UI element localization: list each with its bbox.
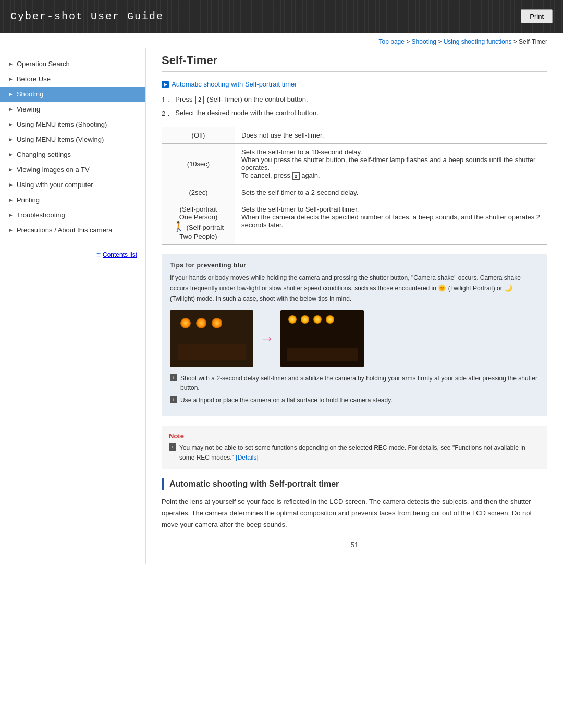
- mode-label: (10sec): [187, 160, 210, 168]
- tip-bullet-2: i Use a tripod or place the camera on a …: [170, 396, 539, 405]
- arrow-icon: ►: [8, 61, 14, 67]
- light-4: [288, 315, 297, 324]
- clear-photo: [280, 310, 364, 367]
- tip-text-1: Shoot with a 2-second delay self-timer a…: [180, 374, 539, 392]
- sidebar-item-changing-settings[interactable]: ► Changing settings: [0, 147, 145, 162]
- twilight-icon: 🌙: [504, 284, 512, 292]
- self-timer-icon: 2: [195, 96, 204, 104]
- sidebar-item-computer[interactable]: ► Using with your computer: [0, 177, 145, 192]
- note-content: i You may not be able to set some functi…: [169, 443, 540, 463]
- sidebar-label: Precautions / About this camera: [17, 226, 113, 234]
- sidebar-label: Using MENU items (Shooting): [17, 120, 107, 128]
- sidebar-item-before-use[interactable]: ► Before Use: [0, 71, 145, 87]
- page-number: 51: [162, 541, 547, 549]
- blue-bar-icon: [162, 478, 164, 490]
- sidebar-item-troubleshooting[interactable]: ► Troubleshooting: [0, 207, 145, 223]
- person-icon: 🚶: [173, 221, 185, 232]
- sidebar-item-precautions[interactable]: ► Precautions / About this camera: [0, 223, 145, 238]
- arrow-icon: ►: [8, 212, 14, 218]
- sidebar-item-printing[interactable]: ► Printing: [0, 192, 145, 207]
- light-3: [212, 318, 222, 328]
- mode-2sec: (2sec): [162, 184, 235, 201]
- breadcrumb-using-shooting[interactable]: Using shooting functions: [444, 38, 512, 45]
- mode-label: (Off): [192, 131, 205, 139]
- blurry-photo: [170, 310, 253, 367]
- auto-portrait-heading: Automatic shooting with Self-portrait ti…: [162, 478, 547, 490]
- tip-icon-2: i: [170, 396, 177, 403]
- arrow-icon: ►: [8, 182, 14, 188]
- table-row: (Self-portraitOne Person) 🚶 (Self-portra…: [162, 201, 547, 244]
- desc-2sec: Sets the self-timer to a 2-second delay.: [235, 184, 547, 201]
- light-5: [301, 315, 309, 324]
- arrow-icon: ►: [8, 227, 14, 233]
- anchor-link-label[interactable]: Automatic shooting with Self-portrait ti…: [172, 80, 297, 88]
- table-row: (2sec) Sets the self-timer to a 2-second…: [162, 184, 547, 201]
- main-layout: ► Operation Search ► Before Use ► Shooti…: [0, 48, 563, 564]
- sidebar-label: Using MENU items (Viewing): [17, 135, 104, 143]
- note-text: You may not be able to set some function…: [179, 443, 540, 463]
- contents-list-link[interactable]: ≡ Contents list: [0, 246, 145, 263]
- sidebar-label: Using with your computer: [17, 181, 93, 189]
- print-button[interactable]: Print: [521, 9, 553, 23]
- mode-self-portrait: (Self-portraitOne Person) 🚶 (Self-portra…: [162, 201, 235, 244]
- cancel-icon: 2: [292, 172, 300, 180]
- sidebar-item-operation-search[interactable]: ► Operation Search: [0, 56, 145, 71]
- step-num-1: 1．: [162, 95, 172, 105]
- twilight-portrait-icon: 🌞: [438, 284, 446, 292]
- sidebar-divider: [0, 242, 145, 242]
- sidebar-label: Changing settings: [17, 151, 71, 158]
- sidebar-label: Shooting: [17, 90, 43, 98]
- list-icon: ≡: [96, 251, 101, 259]
- step-1-text: Press 2 (Self-Timer) on the control butt…: [175, 95, 308, 104]
- tips-title: Tips for preventing blur: [170, 262, 539, 269]
- note-title: Note: [169, 432, 540, 440]
- step-2: 2． Select the desired mode with the cont…: [162, 109, 547, 118]
- note-box: Note i You may not be able to set some f…: [162, 426, 547, 469]
- table-row: (Off) Does not use the self-timer.: [162, 127, 547, 144]
- breadcrumb-top[interactable]: Top page: [379, 38, 405, 45]
- photo-shelf: [178, 344, 246, 360]
- tip-text-2: Use a tripod or place the camera on a fl…: [180, 396, 393, 405]
- sidebar-item-viewing[interactable]: ► Viewing: [0, 102, 145, 117]
- contents-list-label[interactable]: Contents list: [103, 251, 137, 258]
- sidebar-label: Before Use: [17, 75, 51, 83]
- tips-box: Tips for preventing blur If your hands o…: [162, 254, 547, 416]
- arrow-icon: ►: [8, 137, 14, 142]
- photo-lights-2: [288, 315, 334, 324]
- photo-lights-1: [180, 318, 222, 328]
- light-2: [196, 318, 206, 328]
- step-2-text: Select the desired mode with the control…: [175, 109, 319, 117]
- app-title: Cyber-shot User Guide: [10, 10, 164, 22]
- mode-off: (Off): [162, 127, 235, 144]
- sidebar-item-viewing-tv[interactable]: ► Viewing images on a TV: [0, 162, 145, 177]
- mode-label: (2sec): [189, 189, 207, 196]
- breadcrumb-shooting[interactable]: Shooting: [412, 38, 436, 45]
- arrow-icon: ►: [8, 106, 14, 112]
- light-1: [180, 318, 191, 328]
- mode-label-2: (Self-portraitTwo People): [179, 224, 224, 240]
- arrow-icon: ►: [8, 76, 14, 82]
- sidebar-label: Troubleshooting: [17, 211, 65, 219]
- mode-label: (Self-portraitOne Person): [179, 205, 218, 221]
- step-num-2: 2．: [162, 109, 172, 118]
- arrow-icon: ►: [8, 121, 14, 127]
- breadcrumb-current: Self-Timer: [519, 38, 547, 45]
- sidebar-item-menu-shooting[interactable]: ► Using MENU items (Shooting): [0, 117, 145, 132]
- auto-portrait-title: Automatic shooting with Self-portrait ti…: [169, 479, 339, 489]
- timer-table: (Off) Does not use the self-timer. (10se…: [162, 127, 547, 245]
- auto-portrait-text: Point the lens at yourself so your face …: [162, 496, 547, 530]
- arrow-icon: ►: [8, 167, 14, 172]
- note-icon: i: [169, 443, 176, 451]
- sidebar-item-menu-viewing[interactable]: ► Using MENU items (Viewing): [0, 132, 145, 147]
- page-title: Self-Timer: [162, 54, 547, 72]
- light-6: [313, 315, 322, 324]
- details-link[interactable]: [Details]: [236, 454, 258, 461]
- header: Cyber-shot User Guide Print: [0, 0, 563, 33]
- arrow-icon: ►: [8, 197, 14, 203]
- arrow-icon: ►: [8, 91, 14, 97]
- table-row: (10sec) Sets the self-timer to a 10-seco…: [162, 144, 547, 184]
- sidebar-item-shooting[interactable]: ► Shooting: [0, 87, 145, 102]
- light-7: [326, 315, 334, 324]
- auto-portrait-section: Automatic shooting with Self-portrait ti…: [162, 478, 547, 530]
- desc-off: Does not use the self-timer.: [235, 127, 547, 144]
